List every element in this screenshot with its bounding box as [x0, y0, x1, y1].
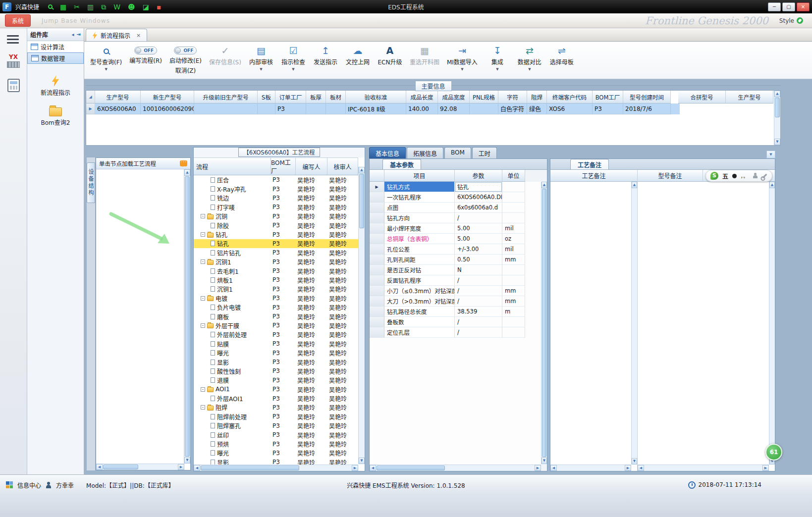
- flow-row[interactable]: 压合P3吴艳玲吴艳玲: [194, 175, 358, 184]
- toolbar-sub-label[interactable]: 取消(Z): [175, 66, 196, 74]
- tabs-dropdown-icon[interactable]: ▼: [766, 151, 775, 158]
- param-row[interactable]: 定位孔层/: [370, 327, 541, 338]
- flow-row[interactable]: 阻焊前处理P3吴艳玲吴艳玲: [194, 412, 358, 421]
- scroll-right-icon[interactable]: ▶: [352, 465, 358, 471]
- param-row[interactable]: 钻孔路径总长度38.539m: [370, 307, 541, 317]
- flow-row[interactable]: 打字唛P3吴艳玲吴艳玲: [194, 203, 358, 211]
- model-notes-column[interactable]: ▲ ▼ ◀ ▶: [638, 182, 775, 471]
- column-header[interactable]: 工艺备注: [550, 170, 638, 182]
- flow-row[interactable]: 铣边P3吴艳玲吴艳玲: [194, 194, 358, 203]
- param-row[interactable]: 钻孔方向/: [370, 213, 541, 223]
- cell[interactable]: P3: [593, 103, 623, 114]
- collapse-left-icon[interactable]: ◂: [72, 32, 74, 37]
- scroll-down-icon[interactable]: ▼: [541, 458, 547, 464]
- column-header[interactable]: 单位: [502, 170, 525, 182]
- param-value[interactable]: /: [455, 213, 502, 223]
- tab-process-notes[interactable]: 工艺备注: [570, 159, 609, 169]
- collapse-toggle-icon[interactable]: -: [201, 232, 205, 237]
- flow-row[interactable]: -阻焊P3吴艳玲吴艳玲: [194, 403, 358, 412]
- param-item[interactable]: 是否正反对钻: [384, 265, 455, 275]
- params-horizontal-scrollbar[interactable]: ◀ ▶: [370, 465, 541, 471]
- param-row[interactable]: 叠板数/: [370, 317, 541, 327]
- wubi-mode-icon[interactable]: 五: [722, 172, 728, 180]
- cell[interactable]: 92.08: [438, 103, 470, 114]
- hint-panel-body[interactable]: [96, 169, 184, 464]
- notes-vertical-scrollbar[interactable]: ▲ ▼: [769, 182, 775, 465]
- flow-row[interactable]: 酸性蚀刻P3吴艳玲吴艳玲: [194, 366, 358, 375]
- process-notes-column[interactable]: ▲ ▼ ◀ ▶: [550, 182, 638, 471]
- param-value[interactable]: 钻孔: [455, 182, 502, 192]
- param-row[interactable]: 一次钻孔程序6XOS6006A0.DRL: [370, 192, 541, 203]
- off-toggle[interactable]: OFF: [134, 47, 157, 54]
- cell[interactable]: 140.00: [406, 103, 438, 114]
- scroll-left-icon[interactable]: ◀: [638, 465, 644, 471]
- param-item[interactable]: 钻孔方式: [384, 182, 455, 192]
- flow-row[interactable]: -电镀P3吴艳玲吴艳玲: [194, 294, 358, 303]
- scroll-right-icon[interactable]: ▶: [178, 464, 184, 470]
- column-header[interactable]: 板厚: [306, 91, 326, 103]
- fullwidth-mode-icon[interactable]: [732, 174, 737, 178]
- flow-row[interactable]: 烘板1P3吴艳玲吴艳玲: [194, 275, 358, 284]
- toolbar-button-save-info[interactable]: ✓保存信息(S): [209, 45, 241, 66]
- off-toggle[interactable]: OFF: [174, 47, 197, 54]
- notes-horizontal-scrollbar[interactable]: ◀ ▶: [550, 465, 631, 471]
- scroll-down-icon[interactable]: ▼: [184, 457, 190, 464]
- column-header[interactable]: 板材: [326, 91, 346, 103]
- param-value[interactable]: +/-3.00: [455, 244, 502, 255]
- flow-row[interactable]: -外层干膜P3吴艳玲吴艳玲: [194, 321, 358, 330]
- cell[interactable]: 6XOS6006A0: [95, 103, 141, 114]
- flow-row[interactable]: 贴膜P3吴艳玲吴艳玲: [194, 339, 358, 348]
- flow-row[interactable]: 曝光P3吴艳玲吴艳玲: [194, 449, 358, 458]
- column-header[interactable]: 新生产型号: [141, 91, 194, 103]
- flow-row[interactable]: 退膜P3吴艳玲吴艳玲: [194, 376, 358, 385]
- scroll-left-icon[interactable]: ◀: [550, 465, 557, 471]
- scroll-left-icon[interactable]: ◀: [370, 465, 376, 471]
- scrollbar-thumb[interactable]: [542, 189, 546, 457]
- toolbar-button-internal-audit[interactable]: ▤内部审核▼: [249, 45, 273, 71]
- param-value[interactable]: 5.00: [455, 234, 502, 244]
- column-header[interactable]: 字符: [498, 91, 527, 103]
- param-row[interactable]: 反面钻孔程序/: [370, 275, 541, 286]
- notes-vertical-scrollbar[interactable]: ▲ ▼: [631, 182, 637, 465]
- column-header[interactable]: 验收标准: [346, 91, 406, 103]
- flow-row[interactable]: 丝印P3吴艳玲吴艳玲: [194, 430, 358, 439]
- collapse-toggle-icon[interactable]: -: [201, 405, 205, 410]
- scrollbar-thumb[interactable]: [201, 465, 299, 470]
- calculator-icon[interactable]: ▦: [60, 3, 66, 10]
- sidebar-item-design-algorithm[interactable]: 设计算法: [27, 41, 84, 52]
- shortcut-new-flow-instruction[interactable]: 新流程指示: [27, 75, 84, 97]
- dropdown-arrow-icon[interactable]: ▼: [461, 67, 463, 71]
- cell[interactable]: 绿色: [527, 103, 547, 114]
- flow-row[interactable]: -AOI1P3吴艳玲吴艳玲: [194, 385, 358, 394]
- collapse-toggle-icon[interactable]: -: [201, 259, 205, 264]
- cell[interactable]: [326, 103, 346, 114]
- scrollbar-thumb[interactable]: [775, 98, 780, 117]
- param-value[interactable]: N: [455, 265, 502, 275]
- scroll-down-icon[interactable]: ▼: [632, 458, 637, 465]
- column-header[interactable]: 成品长度: [406, 91, 438, 103]
- scroll-right-icon[interactable]: ▶: [535, 465, 541, 471]
- punctuation-mode-icon[interactable]: ，。: [741, 173, 749, 179]
- toolbar-button-select-board[interactable]: ⇌选择母板: [549, 45, 574, 66]
- info-center-label[interactable]: 信息中心: [17, 481, 41, 489]
- column-header[interactable]: 型号创建时间: [623, 91, 671, 103]
- param-item[interactable]: 小刀（≤0.3mm）对钻深度: [384, 286, 455, 296]
- param-row[interactable]: 小刀（≤0.3mm）对钻深度/mm: [370, 286, 541, 296]
- toolbar-button-doc-upload[interactable]: ☁文控上网: [345, 45, 370, 66]
- column-header[interactable]: BOM工厂: [271, 158, 296, 175]
- paste-icon[interactable]: ▥: [87, 3, 94, 10]
- flow-row[interactable]: 钻孔P3吴艳玲吴艳玲: [194, 239, 358, 248]
- scroll-right-icon[interactable]: ▶: [625, 465, 631, 471]
- param-item[interactable]: 点图: [384, 203, 455, 213]
- cell[interactable]: XOS6: [547, 103, 593, 114]
- tab-bom[interactable]: BOM: [444, 147, 471, 158]
- cell[interactable]: [258, 103, 275, 114]
- param-value[interactable]: /: [455, 286, 502, 296]
- flow-row[interactable]: 除胶P3吴艳玲吴艳玲: [194, 221, 358, 230]
- param-item[interactable]: 钻孔路径总长度: [384, 307, 455, 317]
- scroll-up-icon[interactable]: ▲: [184, 169, 190, 176]
- flow-row[interactable]: 显影P3吴艳玲吴艳玲: [194, 358, 358, 366]
- column-header[interactable]: 升级前旧生产型号: [194, 91, 258, 103]
- cell[interactable]: [306, 103, 326, 114]
- cell[interactable]: 10010600062090: [141, 103, 194, 114]
